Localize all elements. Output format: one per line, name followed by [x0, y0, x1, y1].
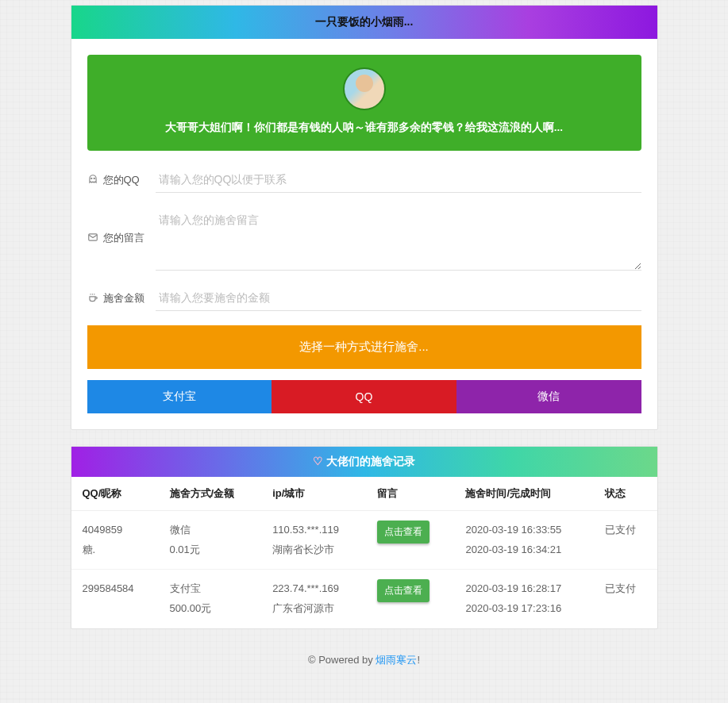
records-table: QQ/昵称 施舍方式/金额 ip/城市 留言 施舍时间/完成时间 状态 4049…: [71, 477, 657, 628]
amount-label: 施舍金额: [87, 285, 156, 305]
cell-method: 支付宝500.00元: [159, 570, 262, 628]
table-header-row: QQ/昵称 施舍方式/金额 ip/城市 留言 施舍时间/完成时间 状态: [71, 477, 657, 511]
cell-status: 已支付: [594, 570, 657, 628]
coffee-icon: [87, 292, 98, 305]
col-method: 施舍方式/金额: [159, 477, 262, 511]
records-title-bar: ♡大佬们的施舍记录: [71, 447, 657, 477]
cell-qq: 4049859糖.: [71, 511, 159, 570]
amount-input[interactable]: [156, 285, 641, 311]
cell-method: 微信0.01元: [159, 511, 262, 570]
footer-prefix: © Powered by: [308, 654, 376, 666]
message-label: 您的留言: [87, 207, 156, 245]
footer: © Powered by 烟雨寒云!: [71, 653, 658, 667]
greeting-panel: 大哥哥大姐们啊！你们都是有钱的人呐～谁有那多余的零钱？给我这流浪的人啊...: [87, 55, 641, 151]
view-message-button[interactable]: 点击查看: [377, 579, 429, 602]
footer-suffix: !: [417, 654, 420, 666]
records-title: 大佬们的施舍记录: [326, 455, 415, 467]
cell-ip: 110.53.***.119湖南省长沙市: [261, 511, 366, 570]
qq-input[interactable]: [156, 167, 641, 193]
col-time: 施舍时间/完成时间: [454, 477, 594, 511]
donation-card: 一只要饭的小烟雨... 大哥哥大姐们啊！你们都是有钱的人呐～谁有那多余的零钱？给…: [71, 5, 658, 430]
message-input[interactable]: [156, 207, 641, 271]
svg-point-1: [94, 178, 94, 179]
cell-status: 已支付: [594, 511, 657, 570]
footer-link[interactable]: 烟雨寒云: [376, 654, 417, 666]
mail-icon: [87, 232, 98, 245]
wechat-button[interactable]: 微信: [456, 380, 641, 413]
ghost-icon: [87, 174, 98, 187]
heart-icon: ♡: [313, 455, 323, 467]
qq-row: 您的QQ: [87, 167, 641, 193]
col-msg: 留言: [366, 477, 454, 511]
table-row: 299584584支付宝500.00元223.74.***.169广东省河源市点…: [71, 570, 657, 628]
avatar: [343, 67, 386, 110]
cell-ip: 223.74.***.169广东省河源市: [261, 570, 366, 628]
table-row: 4049859糖.微信0.01元110.53.***.119湖南省长沙市点击查看…: [71, 511, 657, 570]
cell-qq: 299584584: [71, 570, 159, 628]
cell-time: 2020-03-19 16:28:172020-03-19 17:23:16: [454, 570, 594, 628]
qq-pay-button[interactable]: QQ: [272, 380, 456, 413]
cell-time: 2020-03-19 16:33:552020-03-19 16:34:21: [454, 511, 594, 570]
amount-row: 施舍金额: [87, 285, 641, 311]
card-title: 一只要饭的小烟雨...: [71, 6, 657, 39]
col-ip: ip/城市: [261, 477, 366, 511]
svg-point-0: [91, 178, 91, 179]
qq-label: 您的QQ: [87, 167, 156, 187]
cell-msg: 点击查看: [366, 570, 454, 628]
greeting-text: 大哥哥大姐们啊！你们都是有钱的人呐～谁有那多余的零钱？给我这流浪的人啊...: [103, 121, 626, 135]
choose-method-button[interactable]: 选择一种方式进行施舍...: [87, 325, 641, 369]
payment-row: 支付宝 QQ 微信: [87, 380, 641, 413]
cell-msg: 点击查看: [366, 511, 454, 570]
message-row: 您的留言: [87, 207, 641, 271]
alipay-button[interactable]: 支付宝: [87, 380, 272, 413]
col-status: 状态: [594, 477, 657, 511]
col-qq: QQ/昵称: [71, 477, 159, 511]
view-message-button[interactable]: 点击查看: [377, 521, 429, 544]
records-card: ♡大佬们的施舍记录 QQ/昵称 施舍方式/金额 ip/城市 留言 施舍时间/完成…: [71, 446, 658, 629]
